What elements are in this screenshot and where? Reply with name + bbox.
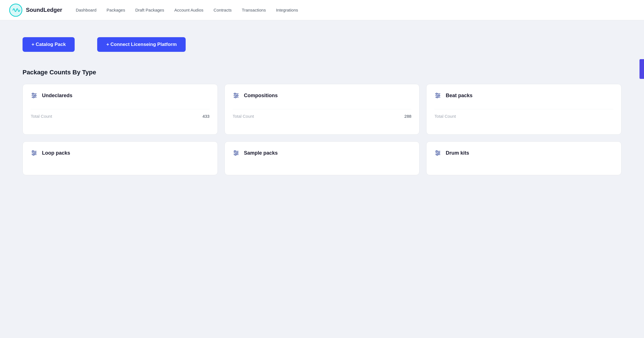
cards-row-2: Loop packs Sample packs (23, 141, 621, 175)
cards-row-1: Undeclareds Total Count 433 (23, 84, 621, 135)
svg-point-25 (33, 154, 34, 155)
sliders-icon-drum-kits (434, 150, 441, 156)
main-content: + Catalog Pack + Connect Licenseing Plat… (0, 20, 644, 198)
card-footer-compositions: Total Count 288 (233, 109, 412, 119)
brand-name: SoundLedger (26, 7, 62, 13)
package-counts-section: Package Counts By Type Undeclareds (23, 69, 621, 175)
card-label-compositions: Total Count (233, 114, 254, 119)
card-count-compositions: 288 (404, 114, 411, 119)
card-beat-packs: Beat packs Total Count (426, 84, 621, 135)
card-header-drum-kits: Drum kits (434, 150, 613, 156)
card-header-loop-packs: Loop packs (31, 150, 210, 156)
card-compositions: Compositions Total Count 288 (225, 84, 420, 135)
connect-platform-button[interactable]: + Connect Licenseing Platform (97, 37, 186, 52)
sliders-icon-loop-packs (31, 150, 37, 156)
action-row: + Catalog Pack + Connect Licenseing Plat… (23, 37, 621, 52)
card-label-beat-packs: Total Count (434, 114, 456, 119)
card-title-compositions: Compositions (244, 93, 278, 99)
card-label-undeclareds: Total Count (31, 114, 52, 119)
card-title-drum-kits: Drum kits (446, 150, 469, 156)
sliders-icon-beat-packs (434, 92, 441, 99)
svg-point-31 (235, 154, 236, 155)
card-footer-beat-packs: Total Count (434, 109, 613, 119)
card-sample-packs: Sample packs (225, 141, 420, 175)
svg-point-36 (438, 152, 440, 154)
card-title-loop-packs: Loop packs (42, 150, 70, 156)
nav-item-dashboard[interactable]: Dashboard (76, 8, 96, 12)
svg-point-23 (32, 151, 34, 152)
brand-logo-icon (9, 3, 23, 17)
svg-point-29 (234, 151, 236, 152)
nav-item-transactions[interactable]: Transactions (242, 8, 266, 12)
card-undeclareds: Undeclareds Total Count 433 (23, 84, 218, 135)
svg-point-12 (236, 95, 238, 96)
section-title: Package Counts By Type (23, 69, 621, 76)
card-header-beat-packs: Beat packs (434, 92, 613, 99)
nav-links: Dashboard Packages Draft Packages Accoun… (76, 8, 298, 13)
card-header-sample-packs: Sample packs (233, 150, 412, 156)
corner-strip[interactable] (639, 59, 644, 79)
svg-point-19 (437, 97, 438, 98)
svg-point-37 (437, 154, 438, 155)
svg-point-30 (236, 152, 238, 154)
card-drum-kits: Drum kits (426, 141, 621, 175)
card-loop-packs: Loop packs (23, 141, 218, 175)
brand: SoundLedger (9, 3, 62, 17)
sliders-icon-compositions (233, 92, 239, 99)
card-title-sample-packs: Sample packs (244, 150, 278, 156)
nav-item-account-audios[interactable]: Account Audios (174, 8, 203, 12)
svg-point-18 (438, 95, 440, 96)
svg-point-5 (32, 93, 34, 95)
card-footer-undeclareds: Total Count 433 (31, 109, 210, 119)
nav-item-integrations[interactable]: Integrations (276, 8, 298, 12)
svg-point-35 (436, 151, 438, 152)
svg-point-17 (436, 93, 438, 95)
card-title-beat-packs: Beat packs (446, 93, 472, 99)
svg-point-11 (234, 93, 236, 95)
navbar: SoundLedger Dashboard Packages Draft Pac… (0, 0, 644, 20)
card-header-undeclareds: Undeclareds (31, 92, 210, 99)
card-header-compositions: Compositions (233, 92, 412, 99)
svg-point-13 (235, 97, 236, 98)
sliders-icon-sample-packs (233, 150, 239, 156)
svg-point-7 (33, 97, 34, 98)
card-count-undeclareds: 433 (203, 114, 210, 119)
nav-item-draft-packages[interactable]: Draft Packages (135, 8, 164, 12)
nav-item-packages[interactable]: Packages (106, 8, 125, 12)
svg-point-24 (35, 152, 36, 154)
card-title-undeclareds: Undeclareds (42, 93, 72, 99)
catalog-pack-button[interactable]: + Catalog Pack (23, 37, 75, 52)
svg-point-6 (35, 95, 36, 96)
nav-item-contracts[interactable]: Contracts (214, 8, 232, 12)
sliders-icon-undeclareds (31, 92, 37, 99)
